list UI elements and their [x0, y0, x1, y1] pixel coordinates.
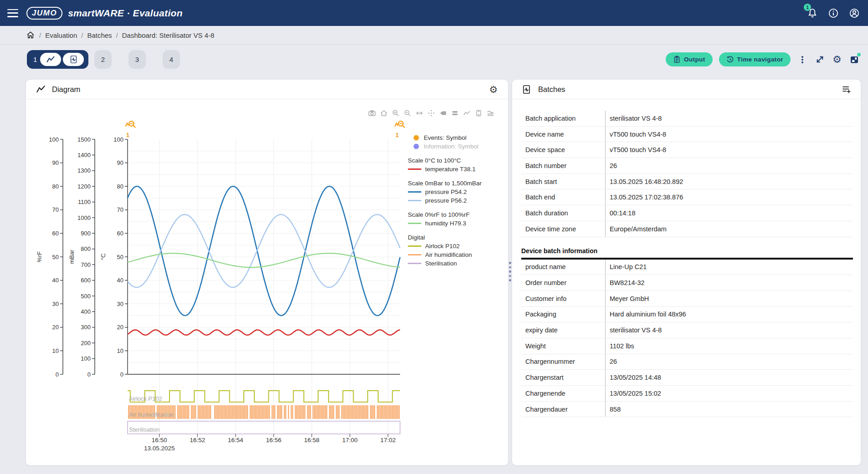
legend-line-sample: [408, 263, 421, 264]
autoscale-icon[interactable]: [416, 109, 423, 117]
svg-text:90: 90: [52, 159, 59, 166]
pan-icon[interactable]: [427, 109, 435, 117]
row-label: Device name: [521, 127, 605, 142]
svg-text:1200: 1200: [77, 183, 91, 190]
tag-icon[interactable]: [439, 109, 447, 117]
x-tick-label: 17:00: [342, 437, 358, 443]
series-pressure-P54-2: [128, 186, 400, 316]
fullscreen-expand-icon[interactable]: [814, 54, 825, 65]
x-tick-label: 16:56: [266, 437, 282, 443]
notification-badge: 1: [804, 4, 811, 11]
settings-gear-icon[interactable]: ⚙: [832, 54, 842, 65]
legend-item[interactable]: humidity H79.3: [408, 219, 503, 228]
legend-item[interactable]: Sterilisation: [408, 259, 503, 268]
svg-text:60: 60: [117, 230, 123, 237]
svg-text:40: 40: [117, 277, 123, 284]
legend-group-header: Scale 0mBar to 1,500mBar: [408, 179, 503, 188]
drag-dots-icon: [509, 262, 511, 281]
event-zoom-marker-right[interactable]: 1: [394, 120, 408, 138]
save-dashboard-icon[interactable]: [849, 54, 860, 65]
row-value: vT500 touch VS4-8: [605, 142, 853, 158]
output-button[interactable]: Output: [666, 52, 713, 66]
zoom-in-icon[interactable]: [392, 109, 400, 117]
add-to-list-icon[interactable]: [841, 84, 852, 95]
row-label: Batch duration: [521, 205, 605, 221]
tab-3[interactable]: 3: [128, 50, 146, 69]
breadcrumb-dashboard: Dashboard: Sterilisator VS 4-8: [122, 31, 215, 39]
tab-4[interactable]: 4: [163, 50, 180, 69]
unsaved-indicator-dot: [857, 53, 861, 56]
panel-resize-handle[interactable]: [508, 80, 512, 465]
info-icon[interactable]: [828, 8, 839, 19]
digital-track-label: Sterilisation: [129, 426, 159, 433]
layers-icon[interactable]: [451, 109, 459, 117]
svg-text:1100: 1100: [78, 199, 91, 205]
line-chart-icon[interactable]: [463, 109, 471, 117]
expand-y-icon[interactable]: [475, 109, 483, 117]
event-marker-count: 1: [395, 133, 408, 138]
hexagon-marker-icon: [413, 135, 419, 141]
svg-text:80: 80: [117, 183, 123, 190]
legend-line-sample: [408, 191, 421, 193]
legend-item[interactable]: pressure P54.2: [408, 188, 503, 196]
row-label: Batch end: [521, 189, 605, 205]
diagram-panel: Diagram ⚙ 1 1 Events: SymbolInformation:…: [26, 80, 508, 465]
batches-panel-title: Batches: [538, 85, 565, 94]
diagram-settings-gear-icon[interactable]: ⚙: [488, 84, 499, 95]
home-icon[interactable]: [380, 109, 388, 117]
svg-text:0: 0: [87, 371, 91, 378]
svg-text:10: 10: [52, 347, 59, 354]
row-label: Chargenende: [521, 386, 605, 401]
svg-text:300: 300: [81, 324, 91, 331]
legend-item-label: Airlock P102: [425, 243, 460, 250]
table-row: Order numberBW8214-32: [521, 275, 853, 291]
legend-item[interactable]: pressure P56.2: [408, 196, 503, 205]
svg-text:100: 100: [113, 136, 123, 143]
svg-text:100: 100: [81, 355, 91, 362]
legend-symbol-row[interactable]: Events: Symbol: [408, 133, 503, 142]
svg-text:10: 10: [117, 347, 123, 354]
time-navigator-button[interactable]: Time navigator: [719, 52, 791, 66]
tab-1-diagram-view-button[interactable]: [40, 53, 61, 66]
digital-sterilisation-box: [128, 421, 400, 434]
legend-group: Scale 0mBar to 1,500mBarpressure P54.2pr…: [408, 179, 503, 205]
line-chart-icon: [36, 85, 46, 94]
notifications-bell-icon[interactable]: 1: [807, 8, 818, 19]
y-axis-mBar: 0100200300400500600700800900100011001200…: [68, 136, 95, 378]
row-label: Chargenstart: [521, 370, 605, 385]
event-zoom-marker-left[interactable]: 1: [125, 120, 139, 138]
svg-text:30: 30: [52, 301, 59, 307]
legend-item[interactable]: temperature T38.1: [408, 165, 503, 173]
row-label: product name: [521, 260, 605, 275]
breadcrumb-evaluation[interactable]: Evaluation: [45, 31, 77, 39]
breadcrumb-separator: /: [39, 31, 41, 39]
device-batch-info-table: product nameLine-Up C21Order numberBW821…: [521, 260, 853, 418]
row-label: Customer info: [521, 291, 605, 306]
diagram-panel-title: Diagram: [52, 85, 80, 94]
legend-item[interactable]: Air humidification: [408, 250, 503, 259]
tab-2[interactable]: 2: [94, 50, 112, 69]
breadcrumb-batches[interactable]: Batches: [87, 31, 112, 39]
row-value: 13.05.2025 16:48:20.892: [605, 174, 853, 189]
legend-item[interactable]: Airlock P102: [408, 242, 503, 250]
waves-icon[interactable]: [487, 109, 494, 117]
more-options-kebab-icon[interactable]: [797, 54, 808, 65]
chart-modebar: [368, 109, 494, 117]
camera-icon[interactable]: [368, 109, 376, 117]
menu-icon[interactable]: [7, 9, 18, 17]
row-label: Chargennummer: [521, 354, 605, 370]
home-icon[interactable]: [26, 31, 35, 40]
table-row: Batch end13.05.2025 17:02:38.876: [521, 189, 853, 205]
svg-text:1000: 1000: [77, 214, 91, 221]
legend-group: DigitalAirlock P102Air humidificationSte…: [408, 233, 503, 268]
tab-1-batches-view-button[interactable]: [63, 53, 84, 66]
zoom-out-icon[interactable]: [404, 109, 411, 117]
device-batch-info-title: Device batch information: [521, 247, 853, 255]
account-icon[interactable]: [849, 8, 860, 19]
tab-1-label: 1: [33, 56, 37, 63]
batch-info-table: Batch applicationsterilisator VS 4-8Devi…: [521, 111, 853, 237]
x-tick-label: 17:02: [380, 437, 396, 443]
tab-1[interactable]: 1: [27, 50, 88, 69]
row-value: 00:14:18: [605, 205, 853, 221]
legend-symbol-row[interactable]: Information: Symbol: [408, 142, 503, 151]
